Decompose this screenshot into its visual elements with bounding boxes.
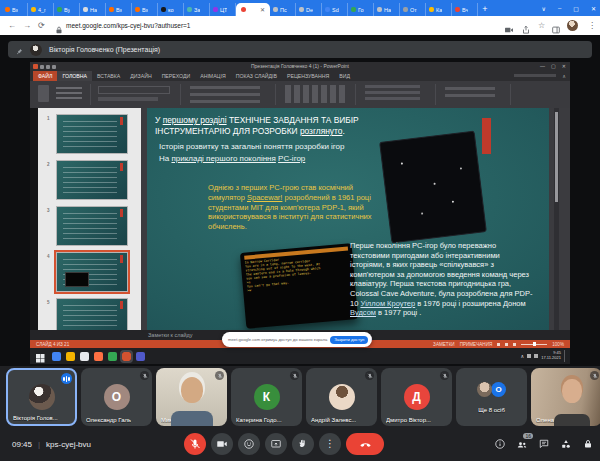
slide-thumbnail-panel[interactable]: 1 2 3 4 5 (38, 108, 141, 330)
close-button[interactable]: ✕ (591, 5, 596, 12)
ppt-minimize-button[interactable]: ― (540, 62, 545, 71)
participant-tile[interactable]: О Олександр Галь (81, 368, 152, 426)
profile-avatar[interactable] (567, 20, 578, 31)
camera-button[interactable] (211, 433, 233, 455)
ppt-maximize-button[interactable]: ▢ (551, 62, 556, 71)
tray-icon[interactable] (527, 354, 531, 358)
browser-tab[interactable]: За (184, 3, 210, 16)
tray-chevron-icon[interactable]: ∧ (521, 353, 525, 359)
taskbar-app-icon[interactable] (122, 352, 131, 361)
status-comments-button[interactable]: ПРИМЕЧАНИЯ (460, 342, 493, 347)
participant-tile[interactable]: Микола Ілліч... (156, 368, 227, 426)
tab-search-chevron-icon[interactable]: ∨ (542, 5, 546, 12)
slide-thumbnail[interactable]: 4 (56, 252, 128, 292)
taskbar-app-icon[interactable] (66, 352, 75, 361)
side-panel-icon[interactable] (551, 21, 561, 31)
pinned-presentation-banner[interactable]: Вікторія Головченко (Презентація) (8, 41, 592, 58)
tab-close-icon[interactable]: ✕ (260, 6, 265, 13)
active-tab-meet[interactable]: ✕ (236, 3, 270, 16)
reactions-button[interactable] (238, 433, 260, 455)
maximize-button[interactable]: ▢ (573, 5, 579, 12)
slide-thumbnail[interactable]: 5 (56, 298, 128, 330)
taskbar-app-icon[interactable] (52, 352, 61, 361)
slide-thumbnail[interactable]: 3 (56, 206, 128, 246)
lock-icon[interactable] (54, 21, 64, 31)
view-slideshow-icon[interactable] (513, 343, 516, 346)
ribbon-tab[interactable]: АНІМАЦІЯ (195, 71, 230, 81)
ribbon-tab[interactable]: ГОЛОВНА (57, 71, 92, 81)
ppt-scrollbar[interactable] (554, 108, 559, 330)
browser-tab[interactable]: Вх (132, 3, 158, 16)
view-sorter-icon[interactable] (505, 343, 508, 346)
browser-tab[interactable]: От (400, 3, 426, 16)
browser-tab[interactable]: Го (348, 3, 374, 16)
reload-button[interactable]: ⟳ (38, 16, 45, 35)
taskbar-app-icon[interactable] (108, 352, 117, 361)
save-icon[interactable] (40, 65, 44, 69)
browser-tab[interactable]: Вч (452, 3, 478, 16)
browser-tab[interactable]: Sd (322, 3, 348, 16)
tray-icon[interactable] (534, 354, 538, 358)
show-desktop-button[interactable] (564, 350, 567, 362)
participants-button[interactable]: 16 (516, 439, 528, 451)
browser-tab[interactable]: 4_г (28, 3, 54, 16)
ribbon-tab[interactable]: ПОКАЗ СЛАЙДІВ (231, 71, 282, 81)
ribbon-tab[interactable]: ПЕРЕХОДИ (157, 71, 196, 81)
zoom-level[interactable]: 100% (552, 342, 564, 347)
new-tab-button[interactable]: + (478, 3, 492, 16)
browser-tab[interactable]: De (296, 3, 322, 16)
browser-tab[interactable]: На (80, 3, 106, 16)
activities-button[interactable] (560, 436, 572, 454)
status-notes-button[interactable]: ЗАМЕТКИ (433, 342, 455, 347)
slide-thumbnail[interactable]: 1 (56, 114, 128, 154)
taskbar-clock[interactable]: 9:45 17.11.2021 (541, 351, 561, 360)
ribbon-tab[interactable]: РЕЦЕНЗУВАННЯ (282, 71, 334, 81)
minimize-button[interactable]: – (558, 5, 561, 11)
share-icon[interactable] (521, 21, 531, 31)
browser-tab[interactable]: ЦТ (210, 3, 236, 16)
ribbon-tab[interactable]: ФАЙЛ (33, 71, 57, 81)
ribbon-tab[interactable]: ВИД (334, 71, 355, 81)
browser-tab[interactable]: Вх (106, 3, 132, 16)
more-options-button[interactable]: ⋮ (319, 433, 341, 455)
ppt-close-button[interactable]: ✕ (562, 62, 566, 71)
bookmark-star-icon[interactable]: ☆ (538, 16, 545, 35)
scrollbar-thumb[interactable] (555, 112, 558, 202)
taskbar-app-icon[interactable] (80, 352, 89, 361)
ribbon-collapse-icon[interactable]: ∧ (562, 73, 566, 79)
slide-thumbnail[interactable]: 2 (56, 160, 128, 200)
participant-tile[interactable]: Вікторія Голов... (6, 368, 77, 426)
browser-tab[interactable]: Ка (426, 3, 452, 16)
undo-icon[interactable] (46, 65, 50, 69)
participant-tile[interactable]: Д Дмитро Віктор... (381, 368, 452, 426)
taskbar-app-icon[interactable] (136, 352, 145, 361)
taskbar-app-icon[interactable] (94, 352, 103, 361)
browser-tab[interactable]: Вх (2, 3, 28, 16)
back-button[interactable]: ← (8, 16, 16, 35)
meeting-details-button[interactable] (494, 436, 506, 454)
participant-tile[interactable]: Андрій Залевс... (306, 368, 377, 426)
participant-tile[interactable]: К Катерина Годо... (231, 368, 302, 426)
camera-sharing-icon[interactable] (504, 21, 514, 31)
host-controls-button[interactable] (582, 436, 594, 454)
view-normal-icon[interactable] (497, 343, 500, 346)
mic-mute-button[interactable] (184, 433, 206, 455)
address-bar-url[interactable]: meet.google.com/kps-cyej-bvu?authuser=1 (66, 16, 190, 35)
browser-tab[interactable]: ко (158, 3, 184, 16)
browser-tab[interactable]: Пс (270, 3, 296, 16)
ribbon-tab[interactable]: ВСТАВКА (92, 71, 125, 81)
browser-tab[interactable]: На (374, 3, 400, 16)
chat-button[interactable] (538, 436, 550, 454)
participant-tile[interactable]: О Ще 8 осіб (456, 368, 527, 426)
end-call-button[interactable] (346, 433, 384, 455)
zoom-slider[interactable] (521, 344, 547, 345)
raise-hand-button[interactable] (292, 433, 314, 455)
present-screen-button[interactable] (265, 433, 287, 455)
browser-menu-icon[interactable]: ⋮ (588, 16, 596, 35)
ribbon-tab[interactable]: ДИЗАЙН (125, 71, 156, 81)
participant-tile[interactable]: Олена Михайл... (531, 368, 600, 426)
stop-sharing-button[interactable]: Закрити доступ (330, 336, 368, 344)
zoom-slider-knob[interactable] (533, 342, 536, 346)
forward-button[interactable]: → (23, 16, 31, 35)
redo-icon[interactable] (52, 65, 56, 69)
